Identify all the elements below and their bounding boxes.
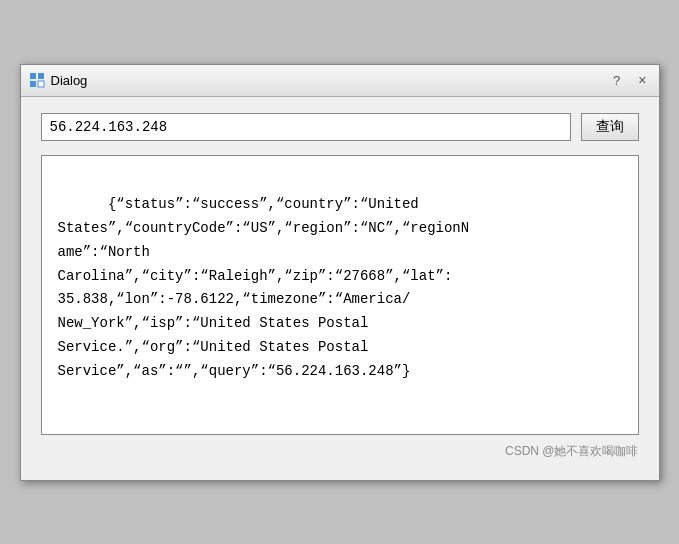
title-bar-controls: ? ×: [609, 72, 650, 88]
svg-rect-2: [30, 81, 36, 87]
dialog-window: Dialog ? × 查询 {“status”:“success”,“count…: [20, 64, 660, 481]
help-button[interactable]: ?: [609, 73, 624, 88]
window-title: Dialog: [51, 73, 88, 88]
svg-rect-3: [38, 81, 44, 87]
input-row: 查询: [41, 113, 639, 141]
result-text: {“status”:“success”,“country”:“United St…: [58, 196, 470, 379]
result-box: {“status”:“success”,“country”:“United St…: [41, 155, 639, 435]
dialog-icon: [29, 72, 45, 88]
title-bar-left: Dialog: [29, 72, 88, 88]
svg-rect-0: [30, 73, 36, 79]
title-bar: Dialog ? ×: [21, 65, 659, 97]
svg-rect-1: [38, 73, 44, 79]
close-button[interactable]: ×: [634, 72, 650, 88]
dialog-content: 查询 {“status”:“success”,“country”:“United…: [21, 97, 659, 480]
watermark: CSDN @她不喜欢喝咖啡: [41, 443, 639, 460]
ip-input[interactable]: [41, 113, 571, 141]
query-button[interactable]: 查询: [581, 113, 639, 141]
